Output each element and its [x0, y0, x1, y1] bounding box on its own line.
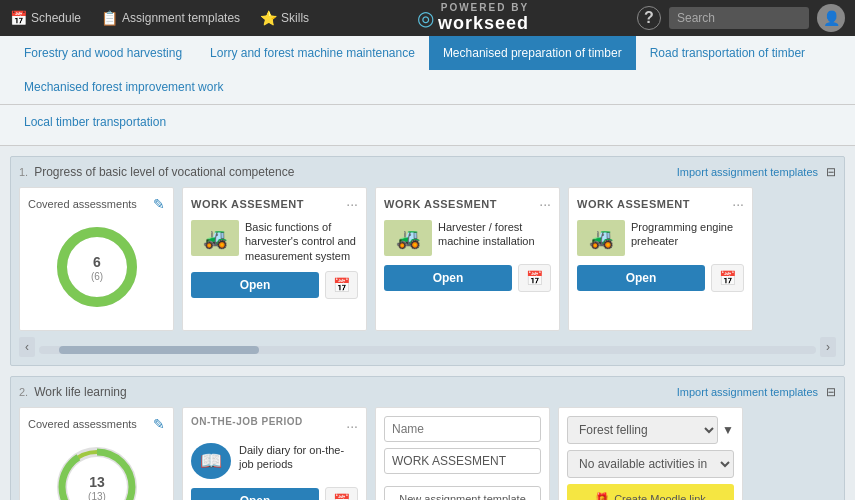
work-card-3-menu[interactable]: ··· [732, 196, 744, 212]
work-card-3-img-row: 🚜 Programming engine preheater [577, 220, 744, 256]
section-2-title-text: Work life learning [34, 385, 126, 399]
section-2-title: 2. Work life learning [19, 385, 127, 399]
work-card-2-btn-row: Open 📅 [384, 264, 551, 292]
on-job-open-button[interactable]: Open [191, 488, 319, 500]
help-button[interactable]: ? [637, 6, 661, 30]
tractor-icon-2: 🚜 [396, 226, 421, 250]
tractor-icon-1: 🚜 [203, 226, 228, 250]
work-title-2: Harvester / forest machine installation [438, 220, 551, 249]
nav-skills[interactable]: ⭐ Skills [260, 10, 309, 26]
on-job-card: ON-THE-JOB PERIOD ··· 📖 Daily diary for … [182, 407, 367, 500]
nav-schedule-label: Schedule [31, 11, 81, 25]
edit-icon-2[interactable]: ✎ [153, 416, 165, 432]
logo-icon: ◎ [417, 6, 434, 30]
work-title-1: Basic functions of harvester's control a… [245, 220, 358, 263]
donut-1: 6 (6) [28, 222, 165, 312]
section-2-import[interactable]: Import assignment templates [677, 386, 818, 398]
work-card-2-img-row: 🚜 Harvester / forest machine installatio… [384, 220, 551, 256]
work-card-1-btn-row: Open 📅 [191, 271, 358, 299]
logo-text: POWERED BY workseed [438, 2, 529, 34]
section-1-import[interactable]: Import assignment templates [677, 166, 818, 178]
section-2: 2. Work life learning Import assignment … [10, 376, 845, 500]
logo-area: ◎ POWERED BY workseed [329, 2, 617, 34]
donut-chart-1: 6 (6) [52, 222, 142, 312]
tab-mechanised[interactable]: Mechanised preparation of timber [429, 36, 636, 70]
on-job-header: ON-THE-JOB PERIOD ··· [191, 416, 358, 435]
top-nav: 📅 Schedule 📋 Assignment templates ⭐ Skil… [0, 0, 855, 36]
gift-icon: 🎁 [595, 492, 609, 500]
donut-value-1: 6 [93, 254, 101, 270]
section-1-title-text: Progress of basic level of vocational co… [34, 165, 294, 179]
schedule-icon: 📅 [10, 10, 27, 26]
tabs-row2: Local timber transportation [0, 105, 855, 146]
donut-chart-2: 13 (13) [52, 442, 142, 500]
section-1-header: 1. Progress of basic level of vocational… [19, 165, 836, 179]
tab-forestry[interactable]: Forestry and wood harvesting [10, 36, 196, 70]
on-job-calendar-button[interactable]: 📅 [325, 487, 358, 500]
work-assesment-select[interactable]: WORK ASSESMENT [384, 448, 541, 474]
tab-lorry[interactable]: Lorry and forest machine maintenance [196, 36, 429, 70]
no-activities-select[interactable]: No available activities in co [567, 450, 734, 478]
section-2-header: 2. Work life learning Import assignment … [19, 385, 836, 399]
work-card-2-menu[interactable]: ··· [539, 196, 551, 212]
work-card-1-menu[interactable]: ··· [346, 196, 358, 212]
donut-sub-2: (13) [88, 491, 106, 500]
avatar[interactable]: 👤 [817, 4, 845, 32]
search-area: ? 👤 [637, 4, 845, 32]
work-card-2: WORK ASSESMENT ··· 🚜 Harvester / forest … [375, 187, 560, 331]
tab-local-timber[interactable]: Local timber transportation [10, 105, 180, 139]
covered-label-1: Covered assessments [28, 198, 137, 210]
open-button-3[interactable]: Open [577, 265, 705, 291]
on-job-btn-row: Open 📅 [191, 487, 358, 500]
on-job-menu[interactable]: ··· [346, 418, 358, 434]
nav-assignment-label: Assignment templates [122, 11, 240, 25]
work-thumb-1: 🚜 [191, 220, 239, 256]
calendar-button-3[interactable]: 📅 [711, 264, 744, 292]
work-card-3-header: WORK ASSESMENT ··· [577, 196, 744, 212]
work-card-1-img-row: 🚜 Basic functions of harvester's control… [191, 220, 358, 263]
tab-road[interactable]: Road transportation of timber [636, 36, 819, 70]
book-icon: 📖 [200, 450, 222, 472]
work-card-2-title: WORK ASSESMENT [384, 198, 497, 210]
search-input[interactable] [669, 7, 809, 29]
create-moodle-button[interactable]: 🎁 Create Moodle link [567, 484, 734, 500]
nav-schedule[interactable]: 📅 Schedule [10, 10, 81, 26]
section-2-collapse[interactable]: ⊟ [826, 385, 836, 399]
scroll-right-1[interactable]: › [820, 337, 836, 357]
section-1-num: 1. [19, 166, 28, 178]
work-card-3-title: WORK ASSESMENT [577, 198, 690, 210]
section-1-cards: Covered assessments ✎ 6 (6) WORK ASSESME… [19, 187, 836, 331]
tab-forest-improvement[interactable]: Mechanised forest improvement work [10, 70, 237, 104]
work-card-1-title: WORK ASSESMENT [191, 198, 304, 210]
nav-assignment-templates[interactable]: 📋 Assignment templates [101, 10, 240, 26]
assignment-icon: 📋 [101, 10, 118, 26]
open-button-2[interactable]: Open [384, 265, 512, 291]
on-job-icon: 📖 [191, 443, 231, 479]
create-moodle-label: Create Moodle link [614, 493, 706, 501]
work-thumb-2: 🚜 [384, 220, 432, 256]
nav-skills-label: Skills [281, 11, 309, 25]
section-1-title: 1. Progress of basic level of vocational… [19, 165, 294, 179]
edit-icon-1[interactable]: ✎ [153, 196, 165, 212]
calendar-button-2[interactable]: 📅 [518, 264, 551, 292]
name-input[interactable] [384, 416, 541, 442]
moodle-card: Forest felling ▼ No available activities… [558, 407, 743, 500]
scroll-thumb-1 [59, 346, 259, 354]
section-2-num: 2. [19, 386, 28, 398]
work-card-3: WORK ASSESMENT ··· 🚜 Programming engine … [568, 187, 753, 331]
on-job-header-title: ON-THE-JOB PERIOD [191, 416, 303, 427]
covered-card-2-header: Covered assessments ✎ [28, 416, 165, 432]
calendar-button-1[interactable]: 📅 [325, 271, 358, 299]
main-content: 1. Progress of basic level of vocational… [0, 146, 855, 500]
on-job-body: 📖 Daily diary for on-the-job periods [191, 443, 358, 479]
forest-felling-select[interactable]: Forest felling [567, 416, 718, 444]
on-job-text: Daily diary for on-the-job periods [239, 443, 358, 472]
work-card-1-header: WORK ASSESMENT ··· [191, 196, 358, 212]
open-button-1[interactable]: Open [191, 272, 319, 298]
work-card-2-header: WORK ASSESMENT ··· [384, 196, 551, 212]
section-1-collapse[interactable]: ⊟ [826, 165, 836, 179]
scroll-left-1[interactable]: ‹ [19, 337, 35, 357]
section-1: 1. Progress of basic level of vocational… [10, 156, 845, 366]
new-assignment-button[interactable]: New assignment template [384, 486, 541, 500]
scrollbar-1[interactable] [39, 346, 816, 354]
